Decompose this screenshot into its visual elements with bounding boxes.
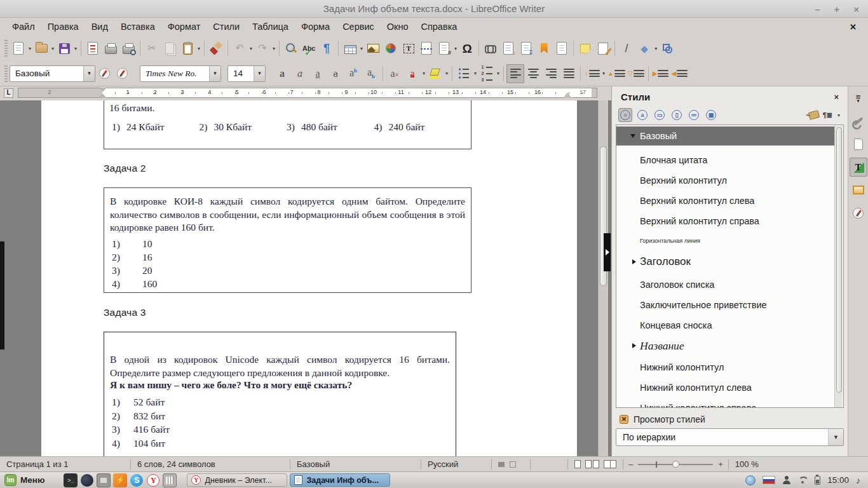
draw-functions-button[interactable] — [658, 39, 676, 58]
font-name-combo[interactable]: Times New Ro. ▼ — [140, 65, 221, 82]
show-previews-label[interactable]: Просмотр стилей — [634, 414, 705, 424]
numbering-dropdown-arrow[interactable]: ▾ — [496, 71, 501, 76]
save-button[interactable] — [55, 39, 73, 58]
highlight-color-button[interactable] — [426, 64, 444, 83]
expand-triangle-icon[interactable] — [632, 259, 636, 264]
new-style-button[interactable] — [113, 64, 131, 83]
screenshot-launcher[interactable] — [97, 473, 111, 487]
terminal-launcher[interactable]: >_ — [64, 473, 78, 487]
style-item[interactable]: Заголовок списка — [617, 275, 834, 294]
insert-image-button[interactable] — [364, 39, 382, 58]
menu-styles[interactable]: Стили — [207, 20, 245, 34]
document-canvas[interactable]: 16 битами. 1)24 Кбайт 2)30 Кбайт 3)480 б… — [0, 100, 611, 456]
sidebar-navigator-button[interactable] — [850, 203, 867, 222]
taskbar-window-writer-active[interactable]: Задачи Инф объ... — [290, 473, 390, 487]
expand-triangle-icon[interactable] — [632, 343, 636, 348]
style-item[interactable]: Заключительное приветствие — [617, 295, 834, 315]
font-size-combo[interactable]: 14 ▼ — [227, 65, 266, 82]
clock[interactable]: 15:00 — [827, 475, 849, 485]
sidebar-styles-button[interactable]: T — [850, 158, 867, 177]
new-dropdown-arrow[interactable]: ▾ — [27, 46, 32, 51]
strikethrough-button[interactable]: a — [327, 64, 344, 83]
track-changes-button[interactable] — [594, 39, 612, 58]
increase-indent-button[interactable]: ▶ — [651, 64, 670, 83]
page-break-button[interactable] — [417, 39, 435, 58]
single-page-view-icon[interactable] — [574, 460, 581, 468]
menu-insert[interactable]: Вставка — [115, 20, 161, 34]
document-vertical-scrollbar[interactable] — [598, 100, 608, 456]
style-item[interactable]: Верхний колонтитул слева — [617, 191, 834, 210]
selection-mode-icon[interactable] — [510, 461, 516, 468]
tab-stop-selector[interactable]: L — [4, 88, 13, 98]
first-line-indent-marker[interactable] — [100, 88, 106, 92]
save-dropdown-arrow[interactable]: ▾ — [73, 46, 78, 51]
style-item[interactable]: Заголовок — [617, 251, 834, 273]
yandex-launcher[interactable]: Y — [146, 473, 160, 487]
style-item[interactable]: Нижний колонтитул справа — [617, 398, 834, 408]
paragraph-style-combo[interactable]: Базовый ▼ — [10, 65, 95, 82]
zoom-level[interactable]: 100 % — [729, 459, 765, 469]
hyperlink-button[interactable] — [482, 39, 499, 58]
sidebar-page-button[interactable] — [850, 135, 867, 154]
sidebar-gallery-button[interactable] — [850, 180, 867, 200]
menu-help[interactable]: Справка — [415, 20, 463, 34]
find-replace-button[interactable] — [282, 39, 300, 58]
maximize-button[interactable]: + — [834, 4, 839, 15]
menu-form[interactable]: Форма — [295, 20, 336, 34]
print-preview-button[interactable] — [119, 39, 137, 58]
sidebar-properties-button[interactable] — [850, 112, 867, 131]
frame-styles-button[interactable]: ▭ — [653, 108, 667, 122]
justify-button[interactable] — [560, 64, 578, 83]
font-color-dropdown-arrow[interactable]: ▾ — [421, 71, 426, 76]
clear-formatting-button[interactable]: a× — [386, 64, 403, 83]
update-style-button[interactable] — [95, 64, 113, 83]
taskbar-window-diary[interactable]: Y Дневник – Элект... — [187, 473, 287, 487]
show-previews-checkbox[interactable]: ✕ — [620, 415, 628, 424]
menu-format[interactable]: Формат — [162, 20, 207, 34]
page-styles-button[interactable]: ▯ — [670, 108, 684, 122]
styles-list-scrollbar[interactable] — [834, 126, 843, 408]
shapes-dropdown-arrow[interactable]: ▾ — [653, 46, 658, 51]
bookmark-button[interactable] — [535, 39, 553, 58]
styles-scrollbar-thumb[interactable] — [836, 127, 842, 393]
basic-shapes-button[interactable]: ◆ — [635, 39, 653, 58]
toolbar-grip[interactable] — [4, 40, 8, 57]
align-center-button[interactable] — [524, 64, 542, 83]
style-actions-dropdown-arrow[interactable]: ▾ — [836, 112, 841, 118]
font-combo-arrow[interactable]: ▼ — [209, 66, 220, 81]
style-item[interactable]: Нижний колонтитул — [617, 358, 834, 377]
formatting-marks-button[interactable]: ¶ — [318, 39, 336, 58]
menu-window[interactable]: Окно — [381, 20, 414, 34]
table-styles-button[interactable]: ▦ — [704, 108, 718, 122]
style-combo-arrow[interactable]: ▼ — [83, 66, 95, 81]
calculator-launcher[interactable] — [163, 473, 177, 487]
style-item[interactable]: Концевая сноска — [617, 316, 834, 335]
style-filter-arrow[interactable]: ▼ — [828, 429, 843, 445]
insert-comment-button[interactable] — [576, 39, 594, 58]
print-button[interactable] — [102, 39, 119, 58]
italic-button[interactable]: a — [291, 64, 309, 83]
decrease-paragraph-spacing-button[interactable]: ▽ — [627, 64, 646, 83]
insert-table-button[interactable] — [341, 39, 359, 58]
size-combo-arrow[interactable]: ▼ — [254, 66, 265, 81]
menu-file[interactable]: Файл — [6, 20, 41, 34]
user-account-icon[interactable] — [782, 476, 790, 484]
character-styles-button[interactable]: a — [635, 108, 649, 122]
style-filter-dropdown[interactable]: По иерархии ▼ — [616, 428, 844, 446]
security-shield-icon[interactable] — [745, 475, 756, 485]
increase-paragraph-spacing-button[interactable]: ▲ — [606, 64, 627, 83]
insert-line-button[interactable]: / — [618, 39, 635, 58]
document-close-icon[interactable]: ✕ — [844, 22, 862, 32]
style-item[interactable]: Блочная цитата — [617, 151, 834, 170]
styles-list[interactable]: Базовый Блочная цитата Верхний колонтиту… — [616, 125, 844, 408]
paste-button[interactable] — [179, 39, 196, 58]
insert-mode-icon[interactable] — [498, 462, 505, 467]
menu-button[interactable]: lm Меню — [3, 473, 50, 487]
paragraph-styles-button[interactable]: ≡ — [618, 108, 632, 122]
network-wifi-icon[interactable] — [797, 477, 808, 484]
style-item[interactable]: Верхний колонтитул справа — [617, 212, 834, 231]
highlight-dropdown-arrow[interactable]: ▾ — [444, 71, 449, 76]
word-count[interactable]: 6 слов, 24 символов — [131, 459, 290, 469]
media-player-launcher[interactable] — [80, 473, 94, 487]
menu-edit[interactable]: Правка — [42, 20, 85, 34]
